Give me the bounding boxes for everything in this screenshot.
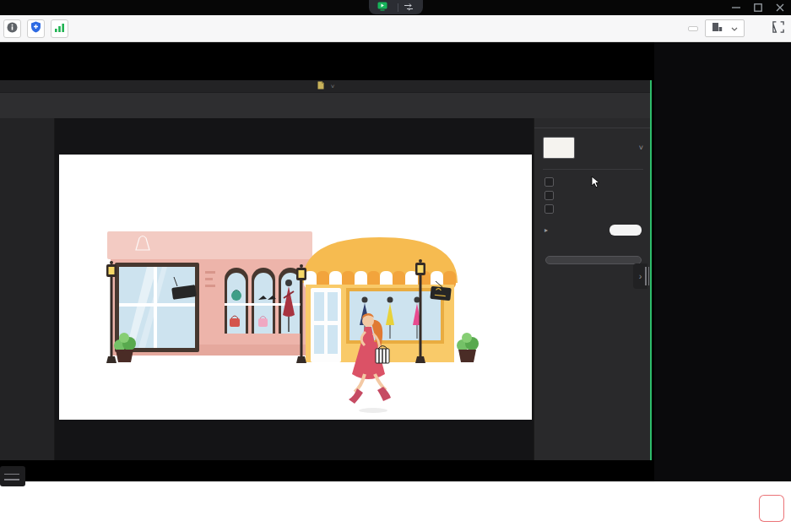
minimize-button[interactable] bbox=[731, 3, 740, 13]
layout-icon bbox=[712, 22, 723, 35]
current-slide[interactable] bbox=[59, 155, 532, 420]
meeting-bottom-toolbar bbox=[0, 481, 791, 532]
meeting-toolbar bbox=[0, 15, 791, 42]
fullscreen-button[interactable] bbox=[770, 20, 787, 37]
maximize-button[interactable] bbox=[753, 3, 762, 13]
viewing-screen-pill[interactable] bbox=[369, 0, 423, 14]
close-button[interactable] bbox=[775, 3, 784, 13]
pill-divider bbox=[398, 3, 398, 12]
checkbox-body[interactable] bbox=[544, 191, 642, 200]
checkbox[interactable] bbox=[544, 204, 554, 214]
encryption-button[interactable] bbox=[27, 19, 45, 38]
chevron-down-icon: ˅ bbox=[639, 144, 643, 152]
clothing-store-illustration bbox=[59, 155, 532, 420]
checkbox[interactable] bbox=[544, 177, 554, 187]
slide-navigator bbox=[0, 118, 55, 460]
fullscreen-icon bbox=[772, 21, 784, 36]
slide-layout-selector[interactable]: ˅ bbox=[543, 137, 643, 159]
shield-plus-icon bbox=[30, 21, 41, 36]
edit-slide-layout-button[interactable] bbox=[545, 256, 642, 264]
format-panel: ˅ ▸ bbox=[534, 118, 652, 460]
keynote-titlebar: ˅ bbox=[0, 80, 652, 92]
mouse-cursor bbox=[591, 176, 600, 192]
format-panel-title bbox=[534, 118, 652, 128]
share-border-highlight bbox=[650, 80, 652, 460]
window-titlebar bbox=[0, 0, 791, 15]
title-dropdown-icon[interactable]: ˅ bbox=[331, 83, 335, 90]
keynote-body: ˅ ▸ bbox=[0, 118, 652, 460]
chevron-down-icon bbox=[731, 23, 738, 34]
slide-canvas bbox=[55, 118, 534, 460]
info-icon bbox=[7, 21, 18, 36]
meeting-info-button[interactable] bbox=[3, 19, 21, 38]
signal-bars-icon bbox=[54, 21, 65, 36]
disclosure-arrow-icon[interactable]: ▸ bbox=[544, 226, 548, 234]
background-row[interactable]: ▸ bbox=[544, 225, 642, 236]
network-quality-button[interactable] bbox=[51, 19, 68, 38]
shared-screen-view: ˅ bbox=[0, 42, 654, 481]
panel-drag-handle[interactable] bbox=[645, 267, 649, 285]
document-icon bbox=[317, 81, 324, 91]
checkbox-slide-number[interactable] bbox=[544, 204, 642, 214]
participants-sidebar bbox=[654, 42, 791, 481]
meeting-timer bbox=[688, 26, 698, 31]
checkbox[interactable] bbox=[544, 191, 554, 200]
switch-windows-icon[interactable] bbox=[404, 3, 414, 13]
screen-share-green-icon bbox=[377, 2, 387, 13]
background-color-swatch[interactable] bbox=[610, 225, 642, 236]
window-controls bbox=[731, 0, 784, 15]
keynote-toolbar bbox=[0, 92, 652, 118]
view-mode-button[interactable] bbox=[705, 19, 745, 37]
end-meeting-button[interactable] bbox=[759, 495, 784, 522]
layout-thumbnail bbox=[543, 137, 575, 159]
potted-plant bbox=[457, 333, 479, 362]
navigator-tooltip bbox=[0, 466, 25, 486]
